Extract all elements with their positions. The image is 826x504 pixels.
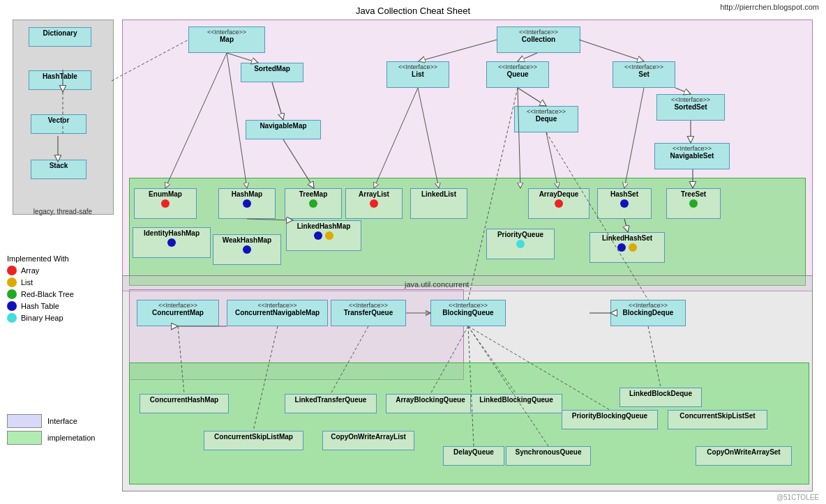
concurrentmap-interface: <<Interface>> ConcurrentMap	[137, 300, 219, 326]
delayqueue-class: DelayQueue	[443, 446, 504, 466]
legend-list: List	[7, 277, 119, 287]
linkedblockdeque-class: LinkedBlockDeque	[620, 388, 702, 407]
legend-binaryheap: Binary Heap	[7, 313, 119, 323]
concurrentnavigablemap-interface: <<Interface>> ConcurrentNavigableMap	[227, 300, 328, 326]
arraylist-class: ArrayList	[345, 188, 403, 219]
sortedmap-interface: SortedMap	[241, 63, 303, 82]
concurrenthashmap-class: ConcurrentHashMap	[140, 394, 229, 413]
priorityblockingqueue-class: PriorityBlockingQueue	[562, 410, 658, 429]
deque-interface: <<Interface>> Deque	[514, 106, 578, 132]
legacy-label: legacy, thread-safe	[17, 208, 108, 215]
blockingqueue-interface: <<Interface>> BlockingQueue	[430, 300, 506, 326]
navigablemap-interface: NavigableMap	[246, 120, 321, 139]
watermark: @51CTOLEE	[776, 494, 819, 501]
map-interface: <<Interface>> Map	[188, 26, 265, 53]
identityhashmap-class: IdentityHashMap	[133, 227, 211, 258]
navigableset-interface: <<Interface>> NavigableSet	[654, 143, 730, 169]
linkedhashset-class: LinkedHashSet	[590, 232, 665, 263]
hashtable-label: Hash Table	[21, 302, 59, 310]
set-interface: <<Interface>> Set	[613, 61, 675, 88]
queue-interface: <<Interface>> Queue	[486, 61, 549, 88]
copyonwritearraylist-class: CopyOnWriteArrayList	[322, 431, 414, 450]
legend-title: Implemented With	[7, 254, 119, 263]
treeset-class: TreeSet	[666, 188, 721, 219]
impl-legend: implemetation	[7, 431, 119, 445]
arraydeque-class: ArrayDeque	[528, 188, 590, 219]
binaryheap-dot	[7, 313, 17, 323]
weakhashmap-class: WeakHashMap	[213, 234, 281, 265]
blockingdeque-interface: <<Interface>> BlockingDeque	[610, 300, 686, 326]
linkedtransferqueue-class: LinkedTransferQueue	[285, 394, 377, 413]
concurrentskiplistset-class: ConcurrentSkipListSet	[668, 410, 767, 429]
copyonwritearrayset-class: CopyOnWriteArraySet	[696, 446, 792, 466]
impl-box	[7, 431, 42, 445]
transferqueue-interface: <<Interface>> TransferQueue	[331, 300, 406, 326]
interface-box	[7, 414, 42, 428]
hashmap-class: HashMap	[218, 188, 276, 219]
priorityqueue-class: PriorityQueue	[486, 229, 555, 259]
concurrent-label: java.util.concurrent	[405, 280, 469, 289]
dictionary-class: Dictionary	[29, 27, 91, 47]
binaryheap-label: Binary Heap	[21, 314, 63, 322]
synchronousqueue-class: SynchronousQueue	[506, 446, 591, 466]
linkedlist-class: LinkedList	[410, 188, 467, 219]
collection-interface: <<Interface>> Collection	[497, 26, 580, 53]
impl-label: implemetation	[47, 434, 95, 442]
list-label: List	[21, 278, 33, 287]
hashtable-class: HashTable	[29, 70, 91, 90]
legend-area: Implemented With Array List Red-Black Tr…	[7, 254, 119, 325]
linkedblockingqueue-class: LinkedBlockingQueue	[470, 394, 562, 413]
vector-class: Vector	[31, 114, 87, 134]
legend-array: Array	[7, 266, 119, 275]
interface-label: Interface	[47, 417, 77, 425]
linkedhashmap-class: LinkedHashMap	[286, 220, 361, 251]
legend-hashtable: Hash Table	[7, 301, 119, 311]
legend-box-section: Interface implemetation	[7, 411, 119, 448]
rbt-dot	[7, 289, 17, 299]
concurrentskiplistmap-class: ConcurrentSkipListMap	[204, 431, 303, 450]
page-url: http://pierrchen.blogspot.com	[720, 3, 819, 11]
list-dot	[7, 277, 17, 287]
hashtable-dot	[7, 301, 17, 311]
legend-rbt: Red-Black Tree	[7, 289, 119, 299]
interface-legend: Interface	[7, 414, 119, 428]
page-title: Java Collection Cheat Sheet	[356, 3, 470, 19]
array-label: Array	[21, 266, 39, 275]
sortedset-interface: <<Interface>> SortedSet	[656, 94, 725, 121]
arrayblockingqueue-class: ArrayBlockingQueue	[386, 394, 475, 413]
rbt-label: Red-Black Tree	[21, 290, 74, 298]
legacy-area: Dictionary HashTable Vector Stack	[13, 20, 114, 215]
stack-class: Stack	[31, 160, 87, 179]
enummap-class: EnumMap	[134, 188, 197, 219]
hashset-class: HashSet	[597, 188, 652, 219]
array-dot	[7, 266, 17, 275]
list-interface: <<Interface>> List	[386, 61, 449, 88]
treemap-class: TreeMap	[285, 188, 342, 219]
